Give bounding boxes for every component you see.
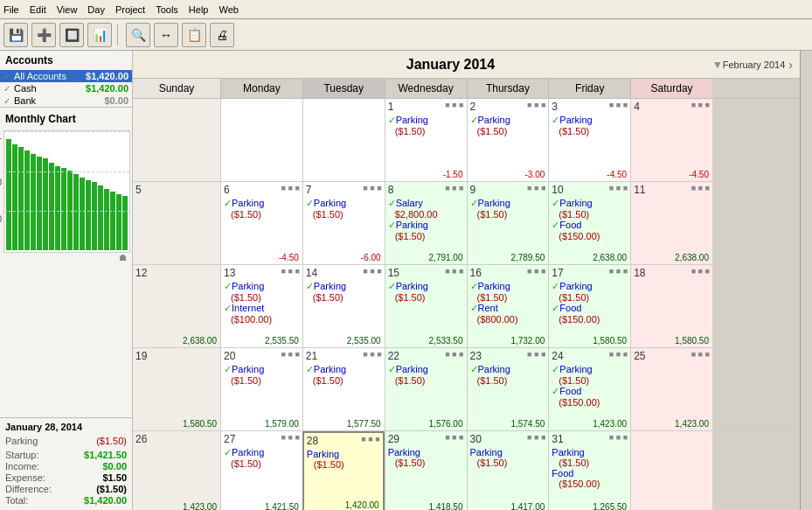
entry-name-0-5-0: Parking <box>559 115 592 125</box>
cal-cell-0-4[interactable]: 2■ ■ ■✓Parking($1.50)-3.00 <box>467 99 549 181</box>
cell-amount-0-3-0: ($1.50) <box>388 126 464 136</box>
cal-cell-1-3[interactable]: 8■ ■ ■✓Salary$2,800.00✓Parking($1.50)2,7… <box>385 182 467 264</box>
cal-cell-4-0[interactable]: 261,423.00 <box>133 431 220 510</box>
cell-day-num-2-3: 15 <box>388 267 399 279</box>
cal-cell-3-3[interactable]: 22■ ■ ■✓Parking($1.50)1,576.00 <box>385 348 467 430</box>
cell-amount-2-5-1: ($150.00) <box>552 314 628 325</box>
cal-cell-1-1[interactable]: 6■ ■ ■✓Parking($1.50)-4.50 <box>220 182 302 264</box>
cal-cell-2-6[interactable]: 18■ ■ ■1,580.50 <box>630 265 712 347</box>
entry-amount-4-1-0: ($1.50) <box>231 458 261 469</box>
cal-cell-1-0[interactable]: 5 <box>133 182 220 264</box>
cal-cell-2-4[interactable]: 16■ ■ ■✓Parking($1.50)✓Rent($800.00)1,73… <box>467 265 549 347</box>
menu-project[interactable]: Project <box>115 4 145 15</box>
calendar-nav-right[interactable]: February 2014 › <box>723 58 793 72</box>
bar-4 <box>24 150 30 250</box>
cell-amount-1-1-0: ($1.50) <box>224 209 300 220</box>
cell-amount-3-5-1: ($150.00) <box>552 397 628 408</box>
cal-cell-3-2[interactable]: 21■ ■ ■✓Parking($1.50)1,577.50 <box>302 348 385 430</box>
entry-name-0-4-0: Parking <box>478 115 510 125</box>
account-amount-cash: $1,420.00 <box>86 83 128 94</box>
info-item-name: Parking <box>5 436 38 446</box>
cell-entry-2-4-1: ✓Rent <box>470 303 546 314</box>
cell-balance-4-1: 1,421.50 <box>265 502 299 510</box>
cal-cell-4-5[interactable]: 31■ ■ ■Parking($1.50)Food($150.00)1,265.… <box>548 431 630 510</box>
cal-cell-3-1[interactable]: 20■ ■ ■✓Parking($1.50)1,579.00 <box>220 348 302 430</box>
cell-amount-0-5-0: ($1.50) <box>552 126 628 136</box>
cal-cell-0-6[interactable]: 4■ ■ ■-4.50 <box>630 99 712 181</box>
cal-cell-4-1[interactable]: 27■ ■ ■✓Parking($1.50)1,421.50 <box>220 431 302 510</box>
cal-cell-0-0[interactable] <box>133 99 220 181</box>
account-row-bank[interactable]: ✓ Bank $0.00 <box>0 94 132 107</box>
toolbar-new[interactable]: 💾 <box>3 23 28 47</box>
cal-cell-3-0[interactable]: 191,580.50 <box>133 348 220 430</box>
cal-cell-2-5[interactable]: 17■ ■ ■✓Parking($1.50)✓Food($150.00)1,58… <box>548 265 630 347</box>
cal-cell-2-0[interactable]: 122,638.00 <box>133 265 220 347</box>
cell-icons-4-1: ■ ■ ■ <box>281 433 300 442</box>
cal-cell-4-2[interactable]: 28■ ■ ■Parking($1.50)1,420.00 <box>302 431 385 510</box>
check-icon-1-4-0: ✓ <box>470 198 478 208</box>
toolbar-open[interactable]: ➕ <box>31 23 56 47</box>
toolbar-print[interactable]: 🖨 <box>210 23 234 47</box>
menu-edit[interactable]: Edit <box>30 4 46 15</box>
cal-cell-0-2[interactable] <box>302 99 385 181</box>
cell-entry-3-2-0: ✓Parking <box>306 364 382 375</box>
menu-day[interactable]: Day <box>87 4 105 15</box>
menu-help[interactable]: Help <box>189 4 209 15</box>
right-scrollbar[interactable] <box>800 51 812 510</box>
entry-name-4-5-0: Parking <box>552 447 584 458</box>
cal-cell-2-2[interactable]: 14■ ■ ■✓Parking($1.50)2,535.00 <box>302 265 385 347</box>
check-icon-1-3-0: ✓ <box>388 198 396 208</box>
accounts-list: ✓ All Accounts $1,420.00 ✓ Cash $1,420.0… <box>0 70 132 107</box>
menu-web[interactable]: Web <box>219 4 238 15</box>
info-income-row: Income: $0.00 <box>5 461 127 472</box>
cal-cell-3-6[interactable]: 25■ ■ ■1,423.00 <box>630 348 712 430</box>
cell-balance-1-5: 2,638.00 <box>593 253 627 262</box>
toolbar-chart[interactable]: 📊 <box>87 23 112 47</box>
calendar-dropdown-icon[interactable]: ▼ <box>712 59 723 71</box>
cell-balance-3-1: 1,579.00 <box>265 419 299 429</box>
cal-cell-0-1[interactable] <box>220 99 302 181</box>
toolbar-search[interactable]: 🔍 <box>126 23 150 47</box>
cal-cell-1-2[interactable]: 7■ ■ ■✓Parking($1.50)-6.00 <box>302 182 385 264</box>
toolbar-save[interactable]: 🔲 <box>59 23 84 47</box>
feb-nav-arrow[interactable]: › <box>788 58 793 72</box>
cal-cell-1-6[interactable]: 11■ ■ ■2,638.00 <box>630 182 712 264</box>
cell-balance-1-3: 2,791.00 <box>429 253 463 262</box>
account-row-cash[interactable]: ✓ Cash $1,420.00 <box>0 82 132 94</box>
account-row-all[interactable]: ✓ All Accounts $1,420.00 <box>0 70 132 82</box>
cell-balance-3-0: 1,580.50 <box>183 419 217 429</box>
menu-file[interactable]: File <box>3 4 19 15</box>
toolbar-list[interactable]: 📋 <box>182 23 206 47</box>
chart-area: 2,791 1,860 930 <box>0 127 132 267</box>
menu-view[interactable]: View <box>57 4 78 15</box>
entry-name-1-4-0: Parking <box>478 198 510 208</box>
toolbar-filter[interactable]: ↔ <box>154 23 178 47</box>
cell-balance-1-4: 2,789.50 <box>510 253 545 262</box>
cal-cell-1-5[interactable]: 10■ ■ ■✓Parking($1.50)✓Food($150.00)2,63… <box>548 182 630 264</box>
chart-label-high: 2,791 <box>0 130 2 141</box>
cell-balance-3-2: 1,577.50 <box>347 419 381 429</box>
cell-icons-3-4: ■ ■ ■ <box>527 350 545 359</box>
cell-entry-3-4-0: ✓Parking <box>470 364 546 375</box>
cell-day-num-0-6: 4 <box>634 101 640 113</box>
cell-amount-2-2-0: ($1.50) <box>306 292 382 303</box>
check-icon-2-4-0: ✓ <box>470 281 478 291</box>
cal-cell-2-1[interactable]: 13■ ■ ■✓Parking($1.50)✓Internet($100.00)… <box>220 265 302 347</box>
cal-cell-1-4[interactable]: 9■ ■ ■✓Parking($1.50)2,789.50 <box>467 182 549 264</box>
cal-cell-0-3[interactable]: 1■ ■ ■✓Parking($1.50)-1.50 <box>385 99 467 181</box>
cell-amount-1-5-1: ($150.00) <box>552 231 628 241</box>
cal-cell-4-3[interactable]: 29■ ■ ■Parking($1.50)1,418.50 <box>385 431 467 510</box>
entry-amount-2-5-0: ($1.50) <box>559 292 589 303</box>
cal-cell-0-5[interactable]: 3■ ■ ■✓Parking($1.50)-4.50 <box>548 99 630 181</box>
cal-cell-3-4[interactable]: 23■ ■ ■✓Parking($1.50)1,574.50 <box>467 348 549 430</box>
cell-icons-4-3: ■ ■ ■ <box>445 433 463 442</box>
menu-tools[interactable]: Tools <box>156 4 178 15</box>
cal-cell-4-4[interactable]: 30■ ■ ■Parking($1.50)1,417.00 <box>467 431 549 510</box>
check-icon-3-4-0: ✓ <box>470 364 478 374</box>
day-header-saturday: Saturday <box>630 79 712 98</box>
cell-amount-2-4-1: ($800.00) <box>470 314 546 325</box>
cal-cell-2-3[interactable]: 15■ ■ ■✓Parking($1.50)2,533.50 <box>385 265 467 347</box>
cell-amount-3-5-0: ($1.50) <box>552 375 628 386</box>
cal-cell-3-5[interactable]: 24■ ■ ■✓Parking($1.50)✓Food($150.00)1,42… <box>548 348 630 430</box>
cal-cell-4-6[interactable] <box>630 431 712 510</box>
